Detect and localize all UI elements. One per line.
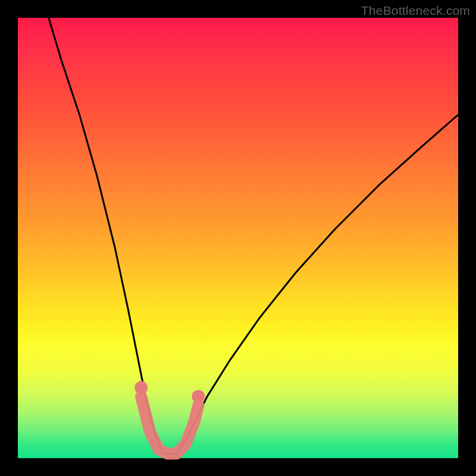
bottleneck-curve (49, 18, 458, 454)
plot-area (18, 18, 458, 458)
chart-svg (18, 18, 458, 458)
curve-path (49, 18, 458, 454)
marker-path (141, 396, 198, 453)
watermark-text: TheBottleneck.com (361, 4, 470, 18)
outer-frame: TheBottleneck.com (0, 0, 476, 476)
highlighted-segment (134, 381, 205, 454)
marker-dot (192, 390, 205, 403)
marker-dot (134, 381, 148, 394)
